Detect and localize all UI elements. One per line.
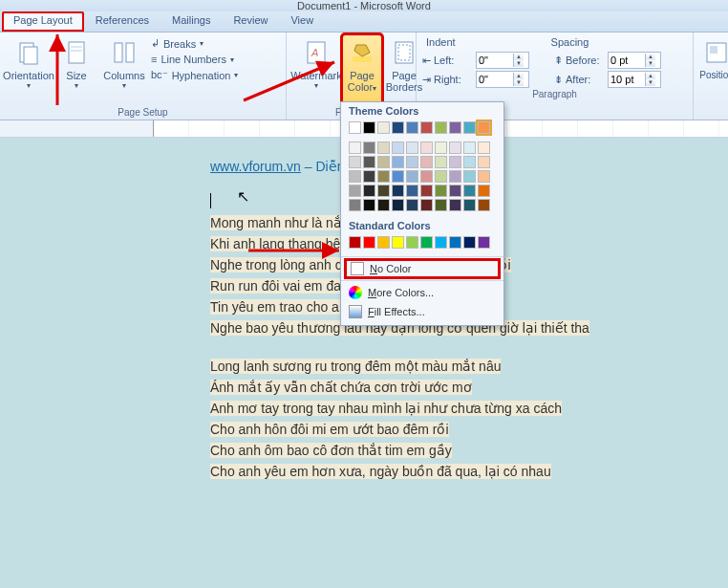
tab-review[interactable]: Review bbox=[222, 11, 279, 32]
spacing-after-input[interactable]: ▲▼ bbox=[608, 71, 661, 88]
orientation-button[interactable]: Orientation ▾ bbox=[6, 34, 52, 106]
color-swatch[interactable] bbox=[435, 142, 447, 154]
color-swatch[interactable] bbox=[406, 170, 418, 183]
color-swatch[interactable] bbox=[349, 236, 361, 249]
color-swatch[interactable] bbox=[377, 142, 390, 154]
color-swatch[interactable] bbox=[435, 156, 447, 168]
vforum-link[interactable]: www.vforum.vn bbox=[210, 159, 301, 174]
spin-up-icon[interactable]: ▲ bbox=[646, 73, 655, 79]
color-swatch[interactable] bbox=[435, 185, 447, 197]
color-swatch[interactable] bbox=[449, 236, 461, 249]
color-swatch[interactable] bbox=[392, 236, 404, 249]
spin-down-icon[interactable]: ▼ bbox=[514, 60, 524, 67]
color-swatch[interactable] bbox=[420, 142, 433, 154]
spin-down-icon[interactable]: ▼ bbox=[514, 79, 524, 86]
color-swatch[interactable] bbox=[392, 170, 404, 183]
color-swatch[interactable] bbox=[363, 199, 375, 211]
color-swatch[interactable] bbox=[349, 185, 361, 197]
no-color-item[interactable]: NNo Coloro Color bbox=[345, 259, 500, 278]
color-swatch[interactable] bbox=[420, 236, 433, 249]
color-swatch[interactable] bbox=[449, 156, 461, 168]
color-swatch[interactable] bbox=[363, 236, 375, 249]
color-swatch[interactable] bbox=[435, 199, 447, 211]
color-swatch[interactable] bbox=[377, 185, 390, 197]
color-swatch[interactable] bbox=[392, 142, 404, 154]
watermark-button[interactable]: A Watermark ▾ bbox=[292, 34, 340, 106]
tab-references[interactable]: References bbox=[84, 11, 161, 32]
color-swatch[interactable] bbox=[349, 142, 361, 154]
color-swatch[interactable] bbox=[478, 236, 490, 249]
color-swatch[interactable] bbox=[420, 170, 433, 183]
color-swatch[interactable] bbox=[463, 142, 476, 154]
size-button[interactable]: Size ▾ bbox=[54, 34, 99, 106]
hyphenation-button[interactable]: bc⁻Hyphenation ▾ bbox=[149, 68, 264, 82]
color-swatch[interactable] bbox=[449, 142, 461, 154]
spin-down-icon[interactable]: ▼ bbox=[646, 60, 655, 67]
color-swatch[interactable] bbox=[435, 236, 447, 249]
color-swatch[interactable] bbox=[449, 185, 461, 197]
color-swatch[interactable] bbox=[406, 185, 418, 197]
color-swatch[interactable] bbox=[463, 156, 476, 168]
spin-up-icon[interactable]: ▲ bbox=[646, 54, 655, 60]
color-swatch[interactable] bbox=[363, 156, 375, 168]
indent-left-input[interactable]: ▲▼ bbox=[476, 52, 529, 69]
tab-page-layout[interactable]: Page Layout bbox=[2, 11, 84, 32]
color-swatch[interactable] bbox=[377, 156, 390, 168]
color-swatch[interactable] bbox=[463, 236, 476, 249]
color-swatch[interactable] bbox=[420, 185, 433, 197]
color-swatch[interactable] bbox=[449, 121, 461, 134]
tab-view[interactable]: View bbox=[279, 11, 325, 32]
color-swatch[interactable] bbox=[406, 142, 418, 154]
color-swatch[interactable] bbox=[406, 121, 418, 134]
color-swatch[interactable] bbox=[463, 185, 476, 197]
color-swatch[interactable] bbox=[363, 170, 375, 183]
color-swatch[interactable] bbox=[478, 199, 490, 211]
color-swatch[interactable] bbox=[463, 199, 476, 211]
color-swatch[interactable] bbox=[377, 121, 390, 134]
color-swatch[interactable] bbox=[406, 199, 418, 211]
color-swatch[interactable] bbox=[406, 236, 418, 249]
color-swatch[interactable] bbox=[392, 185, 404, 197]
color-swatch[interactable] bbox=[435, 170, 447, 183]
color-swatch[interactable] bbox=[349, 156, 361, 168]
breaks-button[interactable]: ↲Breaks ▾ bbox=[149, 36, 264, 51]
color-swatch[interactable] bbox=[463, 170, 476, 183]
color-swatch[interactable] bbox=[478, 170, 490, 183]
tab-mailings[interactable]: Mailings bbox=[161, 11, 222, 32]
indent-right-input[interactable]: ▲▼ bbox=[476, 71, 529, 88]
color-swatch[interactable] bbox=[420, 121, 433, 134]
color-swatch[interactable] bbox=[363, 142, 375, 154]
color-swatch[interactable] bbox=[349, 121, 361, 134]
color-swatch[interactable] bbox=[392, 156, 404, 168]
page-color-button[interactable]: Page Color▾ bbox=[342, 34, 382, 106]
color-swatch[interactable] bbox=[420, 156, 433, 168]
line-numbers-button[interactable]: ≡Line Numbers ▾ bbox=[149, 53, 264, 66]
spin-up-icon[interactable]: ▲ bbox=[514, 54, 524, 60]
spacing-before-input[interactable]: ▲▼ bbox=[608, 52, 661, 69]
color-swatch[interactable] bbox=[478, 185, 490, 197]
color-swatch[interactable] bbox=[478, 142, 490, 154]
color-swatch[interactable] bbox=[435, 121, 447, 134]
color-swatch[interactable] bbox=[377, 170, 390, 183]
color-swatch[interactable] bbox=[363, 185, 375, 197]
columns-button[interactable]: Columns ▾ bbox=[101, 34, 147, 106]
color-swatch[interactable] bbox=[406, 156, 418, 168]
color-swatch[interactable] bbox=[349, 199, 361, 211]
color-swatch[interactable] bbox=[392, 199, 404, 211]
fill-effects-item[interactable]: Fill Effects... bbox=[341, 302, 503, 321]
color-swatch[interactable] bbox=[449, 199, 461, 211]
color-swatch[interactable] bbox=[377, 199, 390, 211]
spin-down-icon[interactable]: ▼ bbox=[646, 79, 655, 86]
more-colors-item[interactable]: More Colors... bbox=[341, 283, 503, 302]
spin-up-icon[interactable]: ▲ bbox=[514, 73, 524, 79]
color-swatch[interactable] bbox=[449, 170, 461, 183]
color-swatch[interactable] bbox=[478, 121, 490, 134]
color-swatch[interactable] bbox=[420, 199, 433, 211]
color-swatch[interactable] bbox=[377, 236, 390, 249]
color-swatch[interactable] bbox=[363, 121, 375, 134]
color-swatch[interactable] bbox=[349, 170, 361, 183]
color-swatch[interactable] bbox=[478, 156, 490, 168]
color-swatch[interactable] bbox=[463, 121, 476, 134]
position-button[interactable]: Position bbox=[699, 34, 728, 84]
color-swatch[interactable] bbox=[392, 121, 404, 134]
